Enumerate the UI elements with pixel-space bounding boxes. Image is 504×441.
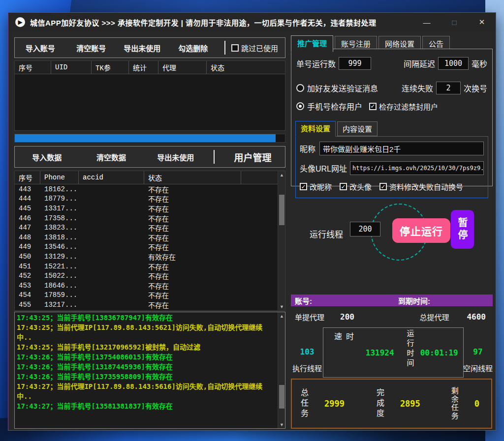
export-unused-accounts-button[interactable]: 导出未使用 [117, 43, 168, 53]
fail-label: 连续失败 [402, 82, 433, 94]
avatar-url-input[interactable] [350, 161, 484, 175]
check-row: 手机号检存用户 ✓ 检存过滤禁封用户 [296, 100, 487, 112]
phone-table-scrollbar[interactable]: ▲ ▼ [278, 171, 285, 310]
cell-seq: 450 [15, 253, 40, 261]
scroll-up-icon[interactable]: ▲ [278, 312, 285, 320]
minimize-button[interactable]: — [413, 13, 441, 31]
tab-profile-settings[interactable]: 资料设置 [295, 121, 336, 137]
scroll-down-icon[interactable]: ▼ [278, 303, 285, 310]
filter-banned-label: 检存过滤禁封用户 [379, 101, 438, 112]
cell-phone: 13129... [40, 253, 79, 261]
table-row[interactable]: 452 15022... 不存在 [15, 271, 285, 281]
col-seq[interactable]: 序号 [15, 61, 51, 74]
close-button[interactable]: ✕ [468, 13, 496, 31]
scroll-up-icon[interactable]: ▲ [278, 171, 285, 178]
speed-label: 时速 [331, 332, 355, 373]
export-unused-data-button[interactable]: 导出未使用 [144, 152, 208, 162]
scroll-down-icon[interactable]: ▼ [278, 421, 285, 428]
import-data-button[interactable]: 导入数据 [15, 152, 79, 162]
change-avatar-checkbox[interactable]: ✓ [340, 183, 347, 190]
tab-promotion[interactable]: 推广管理 [291, 35, 333, 52]
completed-label: 完成度 [374, 388, 385, 419]
col-proxy[interactable]: 代理 [158, 61, 207, 74]
change-nick-label: 改昵称 [310, 181, 332, 192]
idle-threads-label: 空闲线程 [462, 363, 494, 373]
run-count-input[interactable] [339, 57, 371, 70]
delay-input[interactable] [438, 57, 469, 70]
table-row[interactable]: 443 18162... 不存在 [15, 184, 285, 194]
table-row[interactable]: 444 18779... 不存在 [15, 194, 285, 204]
col-extra [241, 171, 278, 184]
promotion-panel: 单号运行数 间隔延迟 毫秒 加好友发送验证消息 连续失败 次换号 手机号检存用户… [291, 49, 493, 186]
col-status[interactable]: 状态 [144, 171, 241, 184]
table-row[interactable]: 451 15221... 不存在 [15, 262, 285, 271]
cell-seq: 445 [15, 205, 40, 212]
clear-accounts-button[interactable]: 清空账号 [66, 43, 117, 53]
col-accid[interactable]: accid [79, 171, 144, 184]
license-bar: 账号: 到期时间: [291, 294, 493, 306]
run-count-row: 单号运行数 间隔延迟 毫秒 [296, 57, 487, 70]
col-seq[interactable]: 序号 [15, 171, 40, 184]
cell-status: 不存在 [144, 310, 241, 311]
filter-banned-checkbox[interactable]: ✓ [369, 103, 377, 110]
verify-radio[interactable] [296, 84, 304, 92]
check-user-radio[interactable] [296, 102, 304, 110]
table-row[interactable]: 449 13546... 不存在 [15, 242, 285, 252]
nickname-input[interactable] [319, 142, 484, 155]
table-row[interactable]: 448 13818... 不存在 [15, 233, 285, 242]
col-stat[interactable]: 统计 [129, 61, 158, 74]
scrollbar-thumb[interactable] [279, 195, 284, 225]
auto-switch-checkbox[interactable]: ✓ [379, 183, 387, 190]
task-summary-box: 总任务 2999 完成度 2895 剩余任务 0 [291, 379, 492, 429]
cell-status: 不存在 [144, 271, 241, 281]
user-management-button[interactable]: 用户管理 [220, 150, 285, 164]
cell-status: 不存在 [144, 242, 241, 252]
tab-content-settings[interactable]: 内容设置 [337, 121, 378, 136]
cell-status: 有效存在 [144, 252, 241, 262]
clear-data-button[interactable]: 清空数据 [79, 152, 144, 162]
account-toolbar: 导入账号 清空账号 导出未使用 勾选删除 跳过已使用 [14, 37, 285, 58]
table-row[interactable]: 453 18646... 不存在 [15, 281, 285, 291]
cell-seq: 455 [15, 301, 40, 309]
cell-seq: 447 [15, 224, 40, 232]
delete-checked-button[interactable]: 勾选删除 [168, 43, 219, 53]
maximize-button[interactable]: □ [441, 13, 468, 31]
speed-value: 131924 [355, 348, 405, 357]
table-row[interactable]: 447 13823... 不存在 [15, 223, 285, 233]
account-table[interactable]: 序号 UID TK参 统计 代理 状态 [14, 60, 285, 131]
cell-status: 不存在 [144, 262, 241, 271]
table-row[interactable]: 445 13317... 不存在 [15, 204, 285, 213]
col-tk[interactable]: TK参 [92, 61, 129, 74]
table-row[interactable]: 455 13217... 不存在 [15, 300, 285, 310]
total-tasks-value: 2999 [324, 399, 345, 409]
fail-count-input[interactable] [436, 82, 461, 94]
scrollbar-thumb[interactable] [279, 385, 284, 409]
log-panel[interactable]: 17:43:25；当前手机号[13836787947]有效存在 17:43:25… [14, 312, 285, 429]
check-icon: ✓ [341, 183, 346, 190]
col-phone[interactable]: Phone [40, 171, 79, 184]
change-nick-checkbox[interactable]: ✓ [300, 183, 307, 190]
skip-used-checkbox[interactable] [231, 44, 239, 52]
table-row[interactable]: 454 17859... 不存在 [15, 291, 285, 300]
delay-label: 间隔延迟 [404, 58, 435, 69]
pause-button[interactable]: 暂停 [451, 210, 474, 249]
cell-seq: 448 [15, 234, 40, 241]
account-label: 账号: [295, 295, 312, 306]
cell-phone: 13823... [40, 224, 79, 232]
table-row[interactable]: 450 13129... 有效存在 [15, 252, 285, 262]
log-scrollbar[interactable]: ▲ ▼ [278, 312, 285, 428]
table-row[interactable]: 456 17503... 不存在 [15, 310, 285, 311]
table-row[interactable]: 446 17358... 不存在 [15, 213, 285, 223]
total-proxy-value: 4600 [467, 312, 486, 322]
cell-seq: 451 [15, 263, 40, 270]
col-status[interactable]: 状态 [207, 61, 285, 74]
stop-run-button[interactable]: 停止运行 [392, 218, 450, 243]
cell-seq: 446 [15, 214, 40, 222]
cell-seq: 453 [15, 282, 40, 290]
phone-table[interactable]: 序号 Phone accid 状态 443 18162... 不存在 444 1… [14, 171, 285, 311]
app-logo-icon: ▶ [15, 17, 25, 27]
col-uid[interactable]: UID [51, 61, 92, 74]
import-accounts-button[interactable]: 导入账号 [15, 43, 66, 53]
thread-count-input[interactable] [350, 222, 380, 236]
log-line: 17:43:27；当前代理IP[117.89.88.143:5616]访问失败,… [17, 382, 276, 401]
